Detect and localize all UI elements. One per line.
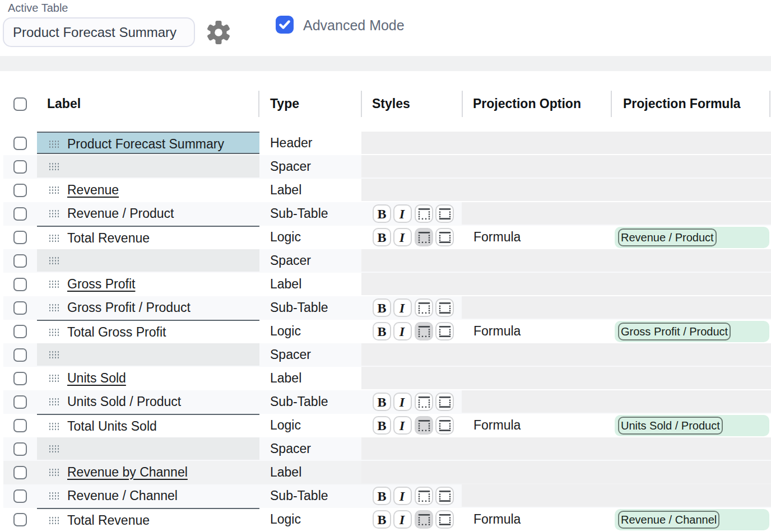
- drag-handle-icon[interactable]: [49, 281, 59, 288]
- border-top-bottom-button[interactable]: [435, 487, 454, 505]
- drag-handle-icon[interactable]: [49, 423, 59, 430]
- label-cell[interactable]: Units Sold: [37, 367, 259, 389]
- bold-button[interactable]: B: [373, 487, 391, 505]
- border-top-button[interactable]: [415, 416, 433, 435]
- row-type[interactable]: Logic: [259, 508, 361, 530]
- bold-button[interactable]: B: [373, 416, 391, 435]
- row-checkbox[interactable]: [13, 231, 27, 244]
- gear-icon[interactable]: [206, 20, 231, 45]
- column-header-projection-formula[interactable]: Projection Formula: [623, 90, 741, 118]
- row-label[interactable]: Total Units Sold: [67, 415, 157, 437]
- row-checkbox[interactable]: [13, 278, 27, 291]
- row-type[interactable]: Spacer: [259, 437, 361, 460]
- label-cell[interactable]: [37, 155, 259, 178]
- row-type[interactable]: Logic: [259, 226, 361, 248]
- border-top-button[interactable]: [415, 393, 433, 411]
- row-checkbox[interactable]: [13, 442, 27, 456]
- row-type[interactable]: Label: [259, 367, 361, 389]
- label-cell[interactable]: [37, 437, 259, 460]
- active-table-input[interactable]: Product Forecast Summary: [3, 17, 195, 47]
- border-top-button[interactable]: [415, 298, 433, 317]
- row-checkbox[interactable]: [13, 348, 27, 362]
- italic-button[interactable]: I: [393, 298, 412, 317]
- row-type[interactable]: Logic: [259, 320, 361, 342]
- label-cell[interactable]: Product Forecast Summary: [37, 132, 259, 154]
- label-cell[interactable]: Units Sold / Product: [37, 390, 259, 413]
- select-all-checkbox[interactable]: [13, 97, 27, 111]
- drag-handle-icon[interactable]: [49, 398, 59, 405]
- bold-button[interactable]: B: [373, 510, 391, 529]
- row-checkbox[interactable]: [13, 207, 27, 221]
- projection-option-cell[interactable]: Formula: [462, 508, 611, 530]
- formula-pill[interactable]: Gross Profit / Product: [618, 323, 731, 340]
- border-top-button[interactable]: [415, 510, 433, 529]
- row-label[interactable]: Revenue by Channel: [67, 461, 188, 483]
- row-type[interactable]: Sub-Table: [259, 202, 361, 225]
- row-type[interactable]: Sub-Table: [259, 484, 361, 507]
- row-label[interactable]: Product Forecast Summary: [67, 133, 224, 155]
- row-type[interactable]: Spacer: [259, 249, 361, 272]
- border-top-button[interactable]: [415, 487, 433, 505]
- drag-handle-icon[interactable]: [49, 329, 59, 336]
- drag-handle-icon[interactable]: [49, 141, 59, 148]
- drag-handle-icon[interactable]: [49, 375, 59, 382]
- row-checkbox[interactable]: [13, 489, 27, 503]
- column-header-label[interactable]: Label: [47, 90, 81, 118]
- row-type[interactable]: Spacer: [259, 155, 361, 178]
- border-top-bottom-button[interactable]: [435, 228, 454, 246]
- border-top-button[interactable]: [415, 204, 433, 223]
- drag-handle-icon[interactable]: [49, 492, 59, 500]
- row-checkbox[interactable]: [13, 254, 27, 268]
- row-checkbox[interactable]: [13, 325, 27, 338]
- italic-button[interactable]: I: [393, 322, 412, 340]
- drag-handle-icon[interactable]: [49, 304, 59, 311]
- formula-pill[interactable]: Revenue / Channel: [618, 511, 719, 529]
- row-label[interactable]: Gross Profit / Product: [67, 296, 191, 319]
- drag-handle-icon[interactable]: [49, 517, 59, 524]
- bold-button[interactable]: B: [373, 298, 391, 317]
- bold-button[interactable]: B: [373, 322, 391, 340]
- border-top-bottom-button[interactable]: [435, 510, 454, 529]
- row-checkbox[interactable]: [13, 184, 27, 197]
- row-checkbox[interactable]: [13, 137, 27, 150]
- row-checkbox[interactable]: [13, 160, 27, 174]
- drag-handle-icon[interactable]: [49, 235, 59, 242]
- row-type[interactable]: Label: [259, 461, 361, 483]
- label-cell[interactable]: Total Revenue: [37, 226, 259, 248]
- border-top-button[interactable]: [415, 228, 433, 246]
- row-type[interactable]: Header: [259, 132, 361, 154]
- italic-button[interactable]: I: [393, 228, 412, 246]
- formula-pill[interactable]: Units Sold / Product: [618, 417, 723, 435]
- row-label[interactable]: Total Revenue: [67, 227, 150, 249]
- label-cell[interactable]: [37, 249, 259, 272]
- drag-handle-icon[interactable]: [49, 210, 59, 217]
- row-label[interactable]: Revenue / Product: [67, 202, 174, 225]
- italic-button[interactable]: I: [393, 204, 412, 223]
- border-top-bottom-button[interactable]: [435, 204, 454, 223]
- row-type[interactable]: Sub-Table: [259, 390, 361, 413]
- column-header-projection-option[interactable]: Projection Option: [473, 90, 581, 118]
- advanced-mode-checkbox[interactable]: [276, 16, 294, 34]
- row-checkbox[interactable]: [13, 395, 27, 409]
- label-cell[interactable]: Revenue / Channel: [37, 484, 259, 507]
- row-checkbox[interactable]: [13, 513, 27, 526]
- label-cell[interactable]: Total Units Sold: [37, 414, 259, 436]
- label-cell[interactable]: Revenue: [37, 179, 259, 201]
- drag-handle-icon[interactable]: [49, 469, 59, 476]
- projection-option-cell[interactable]: Formula: [462, 320, 611, 342]
- row-checkbox[interactable]: [13, 372, 27, 385]
- row-label[interactable]: Units Sold / Product: [67, 390, 181, 413]
- drag-handle-icon[interactable]: [49, 163, 59, 170]
- row-label[interactable]: Total Gross Profit: [67, 321, 166, 343]
- column-header-styles[interactable]: Styles: [372, 90, 410, 118]
- row-type[interactable]: Logic: [259, 414, 361, 436]
- row-label[interactable]: Total Revenue: [67, 509, 150, 531]
- drag-handle-icon[interactable]: [49, 257, 59, 264]
- row-checkbox[interactable]: [13, 301, 27, 315]
- border-top-bottom-button[interactable]: [435, 393, 454, 411]
- border-top-bottom-button[interactable]: [435, 298, 454, 317]
- bold-button[interactable]: B: [373, 228, 391, 246]
- row-type[interactable]: Sub-Table: [259, 296, 361, 319]
- drag-handle-icon[interactable]: [49, 351, 59, 358]
- italic-button[interactable]: I: [393, 393, 412, 411]
